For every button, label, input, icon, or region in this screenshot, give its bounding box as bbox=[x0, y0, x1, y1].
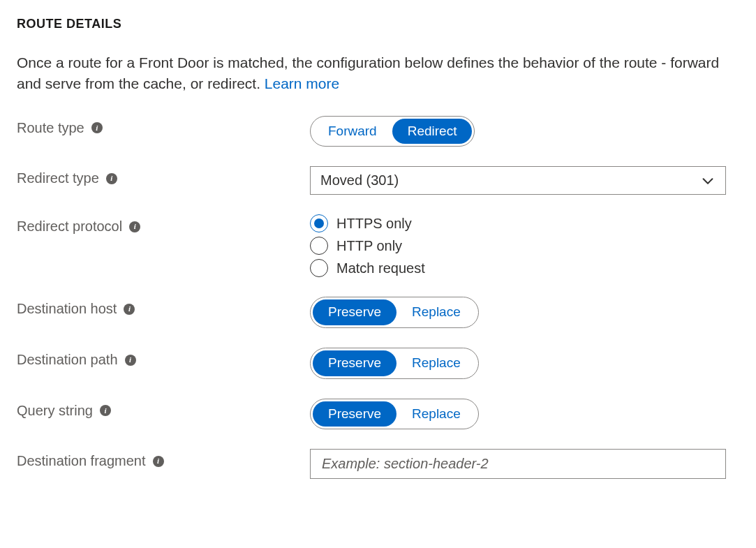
label-text: Destination path bbox=[17, 352, 118, 368]
section-description: Once a route for a Front Door is matched… bbox=[17, 52, 739, 95]
destination-host-replace[interactable]: Replace bbox=[396, 299, 476, 325]
destination-host-preserve[interactable]: Preserve bbox=[313, 299, 396, 325]
description-text: Once a route for a Front Door is matched… bbox=[17, 54, 719, 91]
query-string-toggle[interactable]: Preserve Replace bbox=[310, 399, 479, 430]
info-icon[interactable]: i bbox=[100, 405, 111, 416]
destination-fragment-input[interactable] bbox=[320, 455, 716, 473]
radio-icon bbox=[310, 237, 328, 255]
redirect-protocol-radiogroup: HTTPS only HTTP only Match request bbox=[310, 214, 739, 277]
chevron-down-icon bbox=[700, 173, 716, 188]
radio-label: Match request bbox=[336, 260, 425, 276]
destination-path-preserve[interactable]: Preserve bbox=[313, 350, 396, 376]
query-string-replace[interactable]: Replace bbox=[396, 401, 476, 427]
route-type-toggle[interactable]: Forward Redirect bbox=[310, 116, 475, 147]
select-value: Moved (301) bbox=[320, 172, 399, 188]
section-heading: ROUTE DETAILS bbox=[17, 17, 739, 31]
route-type-forward[interactable]: Forward bbox=[313, 119, 392, 145]
radio-label: HTTP only bbox=[336, 238, 402, 254]
label-text: Route type bbox=[17, 120, 84, 136]
info-icon[interactable]: i bbox=[106, 173, 117, 184]
label-text: Destination host bbox=[17, 301, 117, 317]
destination-fragment-input-wrapper bbox=[310, 449, 726, 479]
query-string-preserve[interactable]: Preserve bbox=[313, 401, 396, 427]
destination-path-label: Destination path i bbox=[17, 348, 310, 368]
redirect-protocol-label: Redirect protocol i bbox=[17, 214, 310, 235]
label-text: Redirect protocol bbox=[17, 219, 122, 235]
radio-icon bbox=[310, 259, 328, 277]
destination-host-toggle[interactable]: Preserve Replace bbox=[310, 297, 479, 328]
radio-http-only[interactable]: HTTP only bbox=[310, 237, 739, 255]
radio-icon bbox=[310, 214, 328, 232]
redirect-type-label: Redirect type i bbox=[17, 166, 310, 186]
info-icon[interactable]: i bbox=[125, 355, 136, 366]
info-icon[interactable]: i bbox=[129, 221, 140, 232]
label-text: Redirect type bbox=[17, 170, 99, 186]
route-type-label: Route type i bbox=[17, 116, 310, 136]
info-icon[interactable]: i bbox=[91, 122, 103, 133]
radio-match-request[interactable]: Match request bbox=[310, 259, 739, 277]
query-string-label: Query string i bbox=[17, 399, 310, 419]
label-text: Query string bbox=[17, 403, 93, 419]
redirect-type-select[interactable]: Moved (301) bbox=[310, 166, 726, 195]
destination-path-toggle[interactable]: Preserve Replace bbox=[310, 348, 479, 379]
route-type-redirect[interactable]: Redirect bbox=[392, 119, 473, 145]
radio-https-only[interactable]: HTTPS only bbox=[310, 214, 739, 232]
learn-more-link[interactable]: Learn more bbox=[265, 75, 339, 91]
info-icon[interactable]: i bbox=[153, 456, 164, 467]
destination-host-label: Destination host i bbox=[17, 297, 310, 317]
label-text: Destination fragment bbox=[17, 453, 146, 469]
info-icon[interactable]: i bbox=[124, 304, 135, 315]
destination-path-replace[interactable]: Replace bbox=[396, 350, 476, 376]
radio-label: HTTPS only bbox=[336, 216, 412, 232]
destination-fragment-label: Destination fragment i bbox=[17, 449, 310, 469]
